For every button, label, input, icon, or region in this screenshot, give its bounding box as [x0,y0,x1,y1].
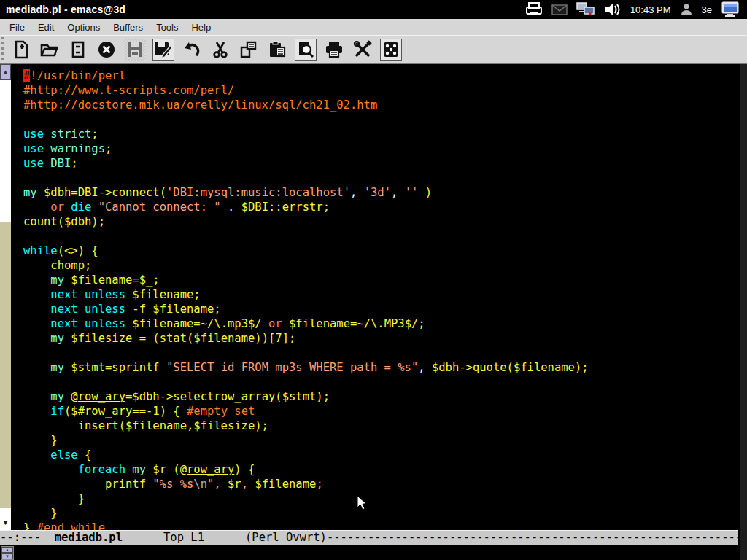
menu-bar: File Edit Options Buffers Tools Help [0,19,747,35]
minibuffer-up-icon[interactable]: ▲ [1,547,13,553]
modeline-mode: (Perl Ovwrt) [245,531,327,544]
code-line: if($#row_ary==-1) { #empty set [23,404,737,419]
scrollbar[interactable]: ▲ ▼ [0,64,12,530]
code-line: use DBI; [23,156,737,171]
scrollbar-down-icon[interactable]: ▼ [0,517,11,529]
undo-button[interactable] [181,39,203,61]
mouse-cursor [357,495,368,511]
scrollbar-thumb[interactable] [0,222,11,508]
minibuffer-scroll-widget[interactable]: ▲ ▼ [1,546,14,560]
code-line [23,112,737,127]
code-line: use warnings; [23,141,737,156]
minibuffer-down-icon[interactable]: ▼ [1,553,13,559]
tool-bar [0,35,747,64]
menu-options[interactable]: Options [61,20,107,34]
code-line: use strict; [23,127,737,141]
code-line: printf "%s %s\n", $r, $filename; [23,477,737,491]
minibuffer[interactable]: ▲ ▼ [0,545,747,560]
code-line: next unless $filename; [23,287,737,302]
printer-icon[interactable] [525,2,543,17]
save-as-button[interactable] [152,39,174,61]
save-button [124,39,146,61]
toolbar-grip [1,37,4,62]
code-line: count($dbh); [23,214,737,229]
code-line: #http://www.t-scripts.com/perl/ [23,83,737,98]
code-line [23,346,737,360]
mail-icon[interactable] [551,4,568,15]
title-bar: mediadb.pl - emacs@3d 10:43 PM [0,0,747,19]
code-line: next unless $filename=~/\.mp3$/ or $file… [23,316,737,331]
code-line: chomp; [23,258,737,273]
copy-button[interactable] [238,39,260,61]
right-border-strip [738,64,747,560]
search-button[interactable] [295,39,317,61]
code-line: foreach my $r (@row_ary) { [23,462,737,477]
dired-button[interactable] [67,39,89,61]
user-icon[interactable] [680,3,693,16]
code-line [23,375,737,389]
print-button[interactable] [323,39,345,61]
code-line: insert($filename,$filesize); [23,419,737,433]
window-title: mediadb.pl - emacs@3d [0,4,125,15]
code-line: next unless -f $filename; [23,302,737,316]
open-folder-button[interactable] [39,39,61,61]
close-buffer-button[interactable] [96,39,117,61]
modeline-buffer-name: mediadb.pl [55,531,123,544]
code-line: while(<>) { [23,244,737,258]
scrollbar-up-icon[interactable]: ▲ [0,64,11,80]
editor-window[interactable]: ▲ ▼ #!/usr/bin/perl#http://www.t-scripts… [0,64,747,530]
code-line: my @row_ary=$dbh->selectrow_array($stmt)… [23,389,737,404]
network-icon[interactable] [576,2,595,17]
modeline-position: Top L1 [123,531,245,544]
menu-buffers[interactable]: Buffers [107,20,150,34]
speaker-icon[interactable] [604,2,622,17]
code-line: } [23,491,737,506]
code-line: } [23,506,737,521]
code-line: or die "Cannot connect: " . $DBI::errstr… [23,200,737,214]
code-area[interactable]: #!/usr/bin/perl#http://www.t-scripts.com… [23,69,737,535]
code-line: my $dbh=DBI->connect('DBI:mysql:music:lo… [23,185,737,200]
code-line: #!/usr/bin/perl [23,69,737,83]
paste-button[interactable] [266,39,288,61]
preferences-button[interactable] [352,39,374,61]
new-file-button[interactable] [10,39,32,61]
modeline-dashes: ----------------------------------------… [327,531,738,544]
code-line: #http://docstore.mik.ua/orelly/linux/sql… [23,98,737,112]
help-button[interactable] [380,39,402,61]
modeline-prefix: --:--- [0,531,55,544]
emacs-window: mediadb.pl - emacs@3d 10:43 PM [0,0,747,560]
code-line: my $stmt=sprintf "SELECT id FROM mp3s WH… [23,360,737,375]
menu-help[interactable]: Help [185,20,217,34]
mode-line[interactable]: --:--- mediadb.pl Top L1 (Perl Ovwrt)---… [0,530,738,545]
menu-file[interactable]: File [3,20,31,34]
clock: 10:43 PM [630,4,671,15]
code-line: else { [23,448,737,462]
code-line: my $filename=$_; [23,273,737,287]
menu-edit[interactable]: Edit [31,20,61,34]
code-line: } [23,433,737,448]
user-label: 3e [702,4,712,15]
menu-tools[interactable]: Tools [150,20,185,34]
monitor-icon[interactable] [721,1,740,18]
system-tray: 10:43 PM 3e [525,1,747,18]
code-line: my $filesize = (stat($filename))[7]; [23,331,737,346]
code-line [23,229,737,244]
code-line [23,171,737,185]
cut-button[interactable] [209,39,231,61]
